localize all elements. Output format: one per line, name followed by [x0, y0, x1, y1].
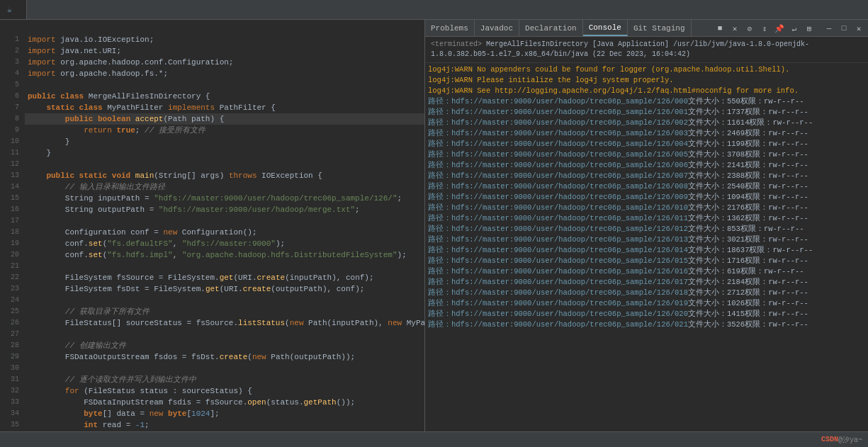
- code-line-24: 24: [0, 295, 424, 306]
- right-panel: Problems Javadoc Declaration Console Git…: [425, 20, 868, 431]
- tab-console[interactable]: Console: [583, 20, 628, 36]
- line-content-27: [25, 329, 424, 340]
- log-entry: 路径：hdfs://master:9000/user/hadoop/trec06…: [428, 288, 865, 298]
- console-title: <terminated> MergeAllFilesInDirectory [J…: [425, 37, 868, 63]
- main-content: 1 import java.io.IOException; 2 import j…: [0, 20, 868, 431]
- log-entry: 路径：hdfs://master:9000/user/hadoop/trec06…: [428, 192, 865, 203]
- clear-console-button[interactable]: ⊘: [743, 22, 756, 35]
- log-entry: 路径：hdfs://master:9000/user/hadoop/trec06…: [428, 234, 865, 245]
- pin-console-button[interactable]: 📌: [773, 22, 786, 35]
- line-num-24: 24: [0, 295, 25, 306]
- line-num-14: 14: [0, 181, 25, 193]
- line-num-32: 32: [0, 385, 25, 397]
- line-num-29: 29: [0, 351, 25, 363]
- line-num-33: 33: [0, 397, 25, 408]
- scroll-lock-button[interactable]: ⇕: [758, 22, 771, 35]
- line-num-6: 6: [0, 91, 25, 102]
- line-content-32: for (FileStatus status : sourceStatus) {: [25, 385, 424, 397]
- code-line-12: 12: [0, 159, 424, 170]
- line-num-8: 8: [0, 113, 25, 125]
- line-num-11: 11: [0, 147, 25, 159]
- line-num-35: 35: [0, 419, 25, 431]
- terminate-button[interactable]: ■: [714, 22, 726, 35]
- line-num-17: 17: [0, 215, 25, 227]
- line-num-18: 18: [0, 227, 25, 238]
- line-content-12: [25, 159, 424, 170]
- line-content-8: public boolean accept(Path path) {: [25, 113, 424, 125]
- log-entry: 路径：hdfs://master:9000/user/hadoop/trec06…: [428, 118, 865, 128]
- line-num-1: [0, 23, 25, 34]
- code-line-15: 15 String inputPath = "hdfs://master:900…: [0, 193, 424, 204]
- java-file-icon: ☕: [7, 5, 12, 14]
- line-num-i1: 1: [0, 34, 25, 45]
- tab-declaration[interactable]: Declaration: [519, 20, 583, 36]
- code-line-23: 23 FileSystem fsDst = FileSystem.get(URI…: [0, 283, 424, 295]
- code-line-16: 16 String outputPath = "hdfs://master:90…: [0, 204, 424, 215]
- log-entry: 路径：hdfs://master:9000/user/hadoop/trec06…: [428, 139, 865, 149]
- log-entry: 路径：hdfs://master:9000/user/hadoop/trec06…: [428, 171, 865, 181]
- console-toolbar: ■ ✕ ⊘ ⇕ 📌 ↵ ⊞ — □ ✕: [711, 20, 868, 37]
- run-title: MergeAllFilesInDirectory [Java Applicati…: [431, 40, 809, 58]
- code-line-20: 20 conf.set("fs.hdfs.impl", "org.apache.…: [0, 249, 424, 261]
- line-num-i3: 3: [0, 57, 25, 68]
- editor-tab-main[interactable]: ☕: [0, 0, 27, 19]
- line-content-24: [25, 295, 424, 306]
- line-num-i2: 2: [0, 45, 25, 57]
- line-num-16: 16: [0, 204, 25, 215]
- right-tab-bar: Problems Javadoc Declaration Console Git…: [425, 20, 868, 37]
- line-num-25: 25: [0, 306, 25, 317]
- line-num-9: 9: [0, 125, 25, 136]
- line-content-11: }: [25, 147, 424, 159]
- user-label: @汐ya~: [838, 435, 862, 445]
- line-content-33: FSDataInputStream fsdis = fsSource.open(…: [25, 397, 424, 408]
- log-entry: 路径：hdfs://master:9000/user/hadoop/trec06…: [428, 160, 865, 171]
- maximize-button[interactable]: □: [838, 22, 850, 35]
- code-line-import2: 2 import java.net.URI;: [0, 45, 424, 57]
- log-entry: 路径：hdfs://master:9000/user/hadoop/trec06…: [428, 181, 865, 192]
- warn-line-3: log4j:WARN See http://logging.apache.org…: [428, 86, 865, 96]
- code-line-30: 30: [0, 363, 424, 374]
- csdn-label: CSDN: [821, 436, 838, 443]
- word-wrap-button[interactable]: ↵: [788, 22, 801, 35]
- log-entry: 路径：hdfs://master:9000/user/hadoop/trec06…: [428, 224, 865, 234]
- line-num-21: 21: [0, 261, 25, 272]
- line-content-30: [25, 363, 424, 374]
- line-num-19: 19: [0, 238, 25, 249]
- line-content-i4: import org.apache.hadoop.fs.*;: [25, 68, 424, 79]
- remove-launch-button[interactable]: ✕: [728, 22, 741, 35]
- code-line-21: 21: [0, 261, 424, 272]
- line-num-36: 36: [0, 431, 25, 431]
- editor-tab-bar: ☕: [0, 0, 868, 20]
- code-line-7: 7 static class MyPathFilter implements P…: [0, 102, 424, 113]
- console-output[interactable]: log4j:WARN No appenders could be found f…: [425, 63, 868, 431]
- editor-panel: 1 import java.io.IOException; 2 import j…: [0, 20, 425, 431]
- log-entry: 路径：hdfs://master:9000/user/hadoop/trec06…: [428, 266, 865, 277]
- line-num-10: 10: [0, 136, 25, 147]
- code-line-22: 22 FileSystem fsSource = FileSystem.get(…: [0, 272, 424, 283]
- minimize-button[interactable]: —: [823, 22, 835, 35]
- close-view-button[interactable]: ✕: [852, 22, 865, 35]
- terminated-label: <terminated>: [431, 40, 482, 48]
- log-entry: 路径：hdfs://master:9000/user/hadoop/trec06…: [428, 298, 865, 309]
- line-content-i1: import java.io.IOException;: [25, 34, 424, 45]
- line-num-34: 34: [0, 408, 25, 419]
- line-content-19: conf.set("fs.defaultFS", "hdfs://master:…: [25, 238, 424, 249]
- log-entry: 路径：hdfs://master:9000/user/hadoop/trec06…: [428, 149, 865, 160]
- warn-line-2: log4j:WARN Please initialize the log4j s…: [428, 75, 865, 86]
- log-entry: 路径：hdfs://master:9000/user/hadoop/trec06…: [428, 309, 865, 319]
- log-entry: 路径：hdfs://master:9000/user/hadoop/trec06…: [428, 203, 865, 213]
- line-content-13: public static void main(String[] args) t…: [25, 170, 424, 181]
- log-entry: 路径：hdfs://master:9000/user/hadoop/trec06…: [428, 319, 865, 330]
- open-console-button[interactable]: ⊞: [803, 22, 816, 35]
- line-content-36: [25, 431, 424, 431]
- code-line-14: 14 // 输入目录和输出文件路径: [0, 181, 424, 193]
- tab-git-staging[interactable]: Git Staging: [628, 20, 692, 36]
- line-num-20: 20: [0, 249, 25, 261]
- code-line-import1: 1 import java.io.IOException;: [0, 34, 424, 45]
- status-bar: CSDN @汐ya~: [0, 431, 868, 447]
- code-line-18: 18 Configuration conf = new Configuratio…: [0, 227, 424, 238]
- tab-javadoc[interactable]: Javadoc: [475, 20, 519, 36]
- code-area[interactable]: 1 import java.io.IOException; 2 import j…: [0, 20, 424, 431]
- line-content-23: FileSystem fsDst = FileSystem.get(URI.cr…: [25, 283, 424, 295]
- tab-problems[interactable]: Problems: [425, 20, 475, 36]
